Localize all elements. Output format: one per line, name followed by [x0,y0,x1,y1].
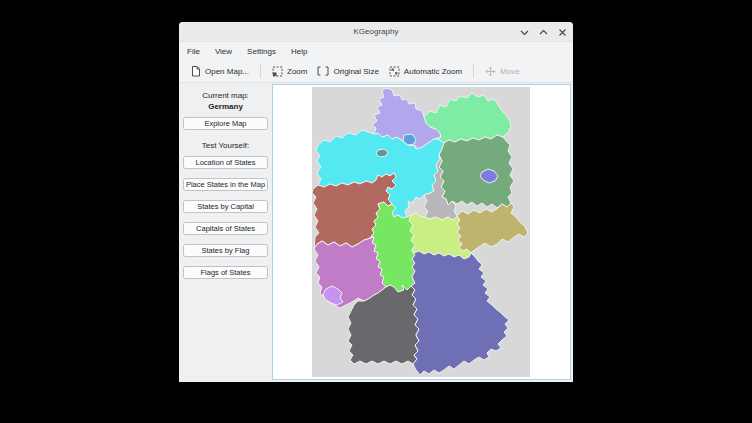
menu-file[interactable]: File [186,45,201,58]
menu-view[interactable]: View [214,45,233,58]
maximize-icon[interactable] [538,27,548,37]
germany-map [312,87,530,377]
sidebar: Current map: Germany Explore Map Test Yo… [179,84,272,382]
window-title: KGeography [354,27,399,36]
test-yourself-label: Test Yourself: [202,141,250,150]
window-controls [519,22,567,42]
toolbar-separator [260,64,261,78]
kgeography-window: KGeography File View Settings Help Open … [179,22,573,382]
titlebar[interactable]: KGeography [179,22,573,42]
state-bremen[interactable] [376,149,388,157]
menu-settings[interactable]: Settings [246,45,277,58]
quiz-location-of-states-button[interactable]: Location of States [183,156,268,169]
original-size-icon [317,66,329,76]
quiz-states-by-capital-button[interactable]: States by Capital [183,200,268,213]
toolbar-separator [473,64,474,78]
explore-map-button[interactable]: Explore Map [183,117,268,130]
original-size-button[interactable]: Original Size [312,63,383,79]
move-button[interactable]: Move [480,63,525,80]
main-content: Current map: Germany Explore Map Test Yo… [179,84,573,382]
state-brandenburg[interactable] [439,135,514,208]
quiz-states-by-flag-button[interactable]: States by Flag [183,244,268,257]
zoom-icon [272,66,283,77]
zoom-button[interactable]: Zoom [267,63,312,80]
state-saxony[interactable] [457,203,528,253]
move-icon [485,66,496,77]
automatic-zoom-icon [389,66,400,77]
current-map-label: Current map: [202,91,249,100]
close-icon[interactable] [557,27,567,37]
quiz-place-states-button[interactable]: Place States in the Map [183,178,268,191]
automatic-zoom-button[interactable]: Automatic Zoom [384,63,467,80]
toolbar: Open Map... Zoom Original Size Automatic… [179,60,573,83]
map-view-panel[interactable] [272,84,571,380]
state-bavaria[interactable] [411,250,509,375]
menu-help[interactable]: Help [290,45,308,58]
current-map-value: Germany [208,102,243,111]
menubar: File View Settings Help [179,42,573,60]
open-map-icon [191,66,201,77]
minimize-icon[interactable] [519,27,529,37]
quiz-flags-of-states-button[interactable]: Flags of States [183,266,268,279]
open-map-button[interactable]: Open Map... [186,63,254,80]
quiz-capitals-of-states-button[interactable]: Capitals of States [183,222,268,235]
